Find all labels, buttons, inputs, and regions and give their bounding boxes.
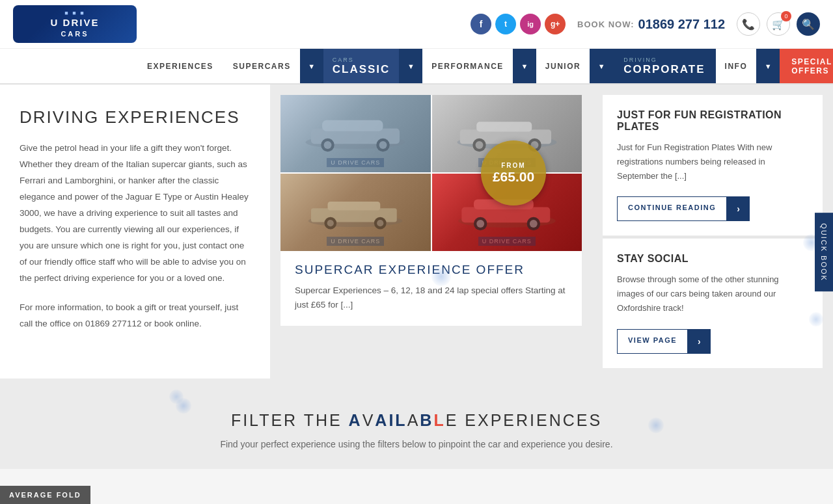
nav-item-classic[interactable]: CARS CLASSIC ▼ — [323, 49, 423, 83]
svg-point-4 — [324, 141, 332, 149]
featured-card: U DRIVE CARS U DRIVE CARS — [280, 95, 582, 326]
featured-card-text: Supercar Experiences – 6, 12, 18 and 24 … — [295, 284, 567, 312]
google-plus-icon[interactable]: g+ — [545, 14, 566, 34]
left-panel: DRIVING EXPERIENCES Give the petrol head… — [0, 85, 270, 378]
svg-point-18 — [327, 220, 334, 226]
svg-point-25 — [476, 220, 484, 228]
social-icons: f t ig g+ — [471, 14, 566, 34]
registration-card-text: Just for Fun Registration Plates With ne… — [617, 140, 808, 183]
svg-rect-2 — [322, 120, 383, 131]
filter-title: FILTER THE AVAILABLE EXPERIENCES — [20, 411, 813, 430]
filter-section: FILTER THE AVAILABLE EXPERIENCES Find yo… — [0, 378, 833, 469]
nav-item-special-offers[interactable]: SPECIAL OFFERS — [780, 49, 833, 83]
price-from-label: FROM — [501, 162, 525, 169]
facebook-icon[interactable]: f — [471, 14, 491, 34]
phone-number[interactable]: 01869 277 112 — [638, 17, 725, 32]
price-badge: FROM £65.00 — [481, 140, 546, 206]
svg-point-11 — [475, 141, 483, 149]
center-panel: U DRIVE CARS U DRIVE CARS — [270, 85, 592, 378]
view-page-btn[interactable]: VIEW PAGE › — [617, 329, 711, 354]
junior-dropdown-btn[interactable]: ▼ — [590, 49, 613, 83]
search-button[interactable]: 🔍 — [797, 12, 820, 36]
nav-item-performance[interactable]: PERFORMANCE ▼ — [422, 49, 536, 83]
page-title: DRIVING EXPERIENCES — [20, 107, 251, 127]
registration-card: JUST FOR FUN REGISTRATION PLATES Just fo… — [603, 95, 823, 235]
filter-subtitle: Find your perfect experience using the f… — [20, 439, 813, 449]
nav-item-info[interactable]: INFO ▼ — [716, 49, 780, 83]
featured-card-content: SUPERCAR EXPERIENCE OFFER Supercar Exper… — [280, 251, 582, 326]
car-image-tl: U DRIVE CARS — [280, 95, 431, 172]
twitter-icon[interactable]: t — [495, 14, 516, 34]
main-content: DRIVING EXPERIENCES Give the petrol head… — [0, 85, 833, 378]
nav-item-supercars[interactable]: SUPERCARS ▼ — [224, 49, 323, 83]
logo[interactable]: ■ ■ ■ U DRIVECARS — [13, 5, 137, 43]
panel-divider — [603, 237, 823, 237]
social-card: STAY SOCIAL Browse through some of the o… — [603, 239, 823, 367]
classic-dropdown-btn[interactable]: ▼ — [399, 49, 422, 83]
right-panel: JUST FOR FUN REGISTRATION PLATES Just fo… — [592, 85, 833, 378]
social-card-title: STAY SOCIAL — [617, 253, 808, 265]
performance-dropdown-btn[interactable]: ▼ — [513, 49, 536, 83]
continue-reading-label: CONTINUE READING — [617, 196, 727, 221]
main-nav: EXPERIENCES SUPERCARS ▼ CARS CLASSIC ▼ P… — [0, 49, 833, 85]
svg-point-20 — [377, 220, 383, 226]
featured-image-grid: U DRIVE CARS U DRIVE CARS — [280, 95, 582, 251]
phone-icon-btn[interactable]: 📞 — [737, 12, 760, 36]
book-now: BOOK NOW: 01869 277 112 — [577, 17, 725, 32]
social-card-text: Browse through some of the other stunnin… — [617, 272, 808, 315]
registration-card-title: JUST FOR FUN REGISTRATION PLATES — [617, 109, 808, 133]
instagram-icon[interactable]: ig — [520, 14, 541, 34]
svg-point-6 — [379, 141, 387, 149]
continue-reading-btn[interactable]: CONTINUE READING › — [617, 196, 750, 221]
logo-text: U DRIVECARS — [51, 18, 100, 39]
nav-item-junior[interactable]: JUNIOR ▼ — [536, 49, 613, 83]
price-amount: £65.00 — [493, 169, 534, 184]
view-page-label: VIEW PAGE — [617, 329, 688, 354]
svg-rect-16 — [328, 202, 381, 211]
svg-point-27 — [530, 220, 538, 228]
page-description-2: For more information, to book a gift or … — [20, 300, 251, 332]
book-now-label: BOOK NOW: — [577, 20, 634, 29]
cart-badge: 0 — [781, 11, 791, 21]
car-image-bl: U DRIVE CARS — [280, 174, 431, 251]
featured-card-title: SUPERCAR EXPERIENCE OFFER — [295, 263, 567, 277]
info-dropdown-btn[interactable]: ▼ — [756, 49, 780, 83]
supercars-dropdown-btn[interactable]: ▼ — [300, 49, 323, 83]
cart-button[interactable]: 🛒 0 — [767, 12, 790, 36]
continue-reading-icon[interactable]: › — [727, 196, 750, 221]
side-handle[interactable]: QUICK BOOK — [815, 213, 833, 292]
svg-rect-9 — [476, 122, 532, 131]
page-description-1: Give the petrol head in your life a gift… — [20, 140, 251, 287]
nav-item-experiences[interactable]: EXPERIENCES — [137, 49, 224, 83]
view-page-icon[interactable]: › — [688, 329, 711, 354]
nav-item-corporate[interactable]: DRIVING CORPORATE — [613, 49, 715, 83]
